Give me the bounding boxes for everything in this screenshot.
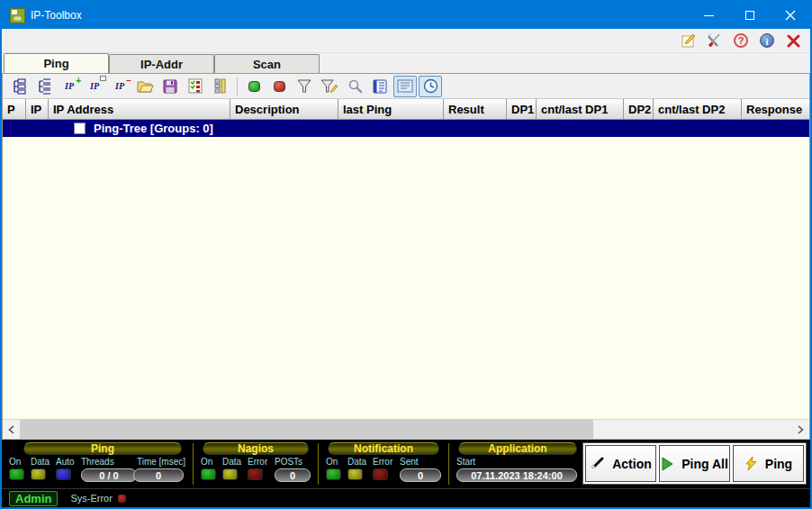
sys-error-led — [118, 495, 126, 503]
check-list-button[interactable] — [184, 76, 207, 97]
open-file-button[interactable] — [133, 76, 157, 97]
maximize-button[interactable] — [729, 2, 770, 29]
save-file-button[interactable] — [158, 76, 182, 97]
table-body[interactable] — [3, 137, 809, 419]
search-button[interactable] — [343, 76, 366, 97]
notification-group-title: Notification — [328, 442, 439, 455]
stop-button[interactable] — [267, 76, 291, 97]
close-button[interactable] — [770, 2, 810, 29]
column-header-cnt-last-dp2[interactable]: cnt/last DP2 — [654, 99, 742, 119]
scrollbar-thumb[interactable] — [20, 420, 593, 439]
notification-group: Notification On Data Error Sent0 — [326, 442, 441, 485]
exit-button[interactable] — [783, 31, 803, 50]
help-button[interactable]: ? — [731, 31, 751, 50]
wand-icon — [590, 456, 605, 471]
edit-ip-button[interactable]: IP — [83, 76, 106, 97]
edit-note-button[interactable] — [679, 31, 699, 50]
remove-ip-icon: − — [126, 76, 131, 86]
app-window: IP-Toolbox ? i Pi — [0, 0, 812, 509]
clock-icon — [423, 78, 438, 94]
column-header-dp2[interactable]: DP2 — [624, 99, 654, 119]
clock-toggle-button[interactable] — [419, 76, 442, 97]
ping-data-label: Data — [31, 456, 56, 468]
search-icon — [347, 78, 363, 94]
ping-group-title: Ping — [23, 442, 182, 455]
ping-tree-checkbox[interactable] — [74, 123, 86, 134]
settings-button[interactable] — [705, 31, 725, 50]
ping-threads-label: Threads — [81, 456, 139, 468]
expand-tree-icon — [11, 78, 27, 95]
start-green-led-icon — [248, 81, 260, 92]
ping-button[interactable]: Ping — [733, 445, 804, 482]
edit-note-icon — [681, 32, 697, 49]
settings-tools-icon — [707, 32, 723, 49]
notification-on-led — [326, 468, 341, 480]
scroll-right-icon — [798, 425, 804, 434]
ping-tab-page: IP+ IP IP− — [2, 73, 810, 439]
tab-scan[interactable]: Scan — [214, 54, 320, 73]
minimize-button[interactable] — [689, 2, 729, 29]
ping-auto-label: Auto — [56, 456, 81, 468]
table-header: P IP IP Address Description last Ping Re… — [3, 99, 809, 120]
tab-bar: Ping IP-Addr Scan — [2, 53, 810, 73]
ping-tree-root-row[interactable]: Ping-Tree [Groups: 0] — [3, 120, 809, 137]
tab-ping[interactable]: Ping — [4, 53, 109, 73]
notification-sent-label: Sent — [400, 456, 441, 468]
action-button[interactable]: Action — [585, 445, 656, 482]
sys-error-label: Sys-Error — [70, 493, 112, 504]
ping-all-button-label: Ping All — [681, 457, 728, 471]
info-button[interactable]: i — [757, 31, 777, 50]
start-button[interactable] — [242, 76, 266, 97]
lightning-icon — [744, 456, 758, 471]
column-header-response[interactable]: Response — [742, 99, 809, 119]
remove-ip-button[interactable]: IP− — [108, 76, 131, 97]
log-book-button[interactable] — [368, 76, 392, 97]
ping-time-label: Time [msec] — [133, 456, 185, 468]
scroll-left-button[interactable] — [3, 420, 20, 439]
column-list-icon — [214, 78, 227, 94]
column-header-result[interactable]: Result — [444, 99, 507, 119]
collapse-tree-button[interactable] — [32, 76, 56, 97]
column-header-ip[interactable]: IP — [26, 99, 49, 119]
stop-red-led-icon — [274, 81, 285, 92]
nagios-on-led — [201, 468, 216, 480]
nagios-posts-label: POSTs — [275, 456, 311, 468]
notes-toggle-button[interactable] — [393, 76, 417, 97]
column-header-description[interactable]: Description — [230, 99, 338, 119]
status-panel: Ping On Data Auto Threads0 / 0 Time [mse… — [2, 439, 810, 488]
column-header-last-ping[interactable]: last Ping — [338, 99, 444, 119]
top-toolstrip: ? i — [2, 29, 810, 53]
scroll-right-button[interactable] — [792, 420, 809, 439]
ping-auto-led — [56, 468, 71, 480]
filter-button[interactable] — [293, 76, 316, 97]
application-group: Application Start07.11.2023 18:24:00 — [456, 442, 579, 485]
notification-error-led — [373, 468, 388, 480]
filter-icon — [296, 78, 312, 94]
column-header-cnt-last-dp1[interactable]: cnt/last DP1 — [537, 99, 624, 119]
add-ip-button[interactable]: IP+ — [58, 76, 81, 97]
action-button-label: Action — [612, 457, 652, 471]
horizontal-scrollbar[interactable] — [3, 419, 809, 439]
close-icon — [785, 10, 796, 21]
exit-icon — [787, 34, 800, 48]
notification-sent-value: 0 — [400, 468, 441, 482]
ping-on-label: On — [9, 456, 31, 468]
expand-tree-button[interactable] — [7, 76, 31, 97]
column-list-button[interactable] — [209, 76, 232, 97]
action-button-panel: Action Ping All Ping — [582, 442, 807, 485]
scrollbar-track[interactable] — [593, 420, 792, 439]
nagios-group-title: Nagios — [203, 442, 309, 455]
column-header-dp1[interactable]: DP1 — [507, 99, 537, 119]
ping-all-button[interactable]: Ping All — [659, 445, 730, 482]
column-header-ip-address[interactable]: IP Address — [49, 99, 230, 119]
tab-ip-addr[interactable]: IP-Addr — [109, 54, 214, 73]
notification-on-label: On — [326, 456, 347, 468]
nagios-data-led — [222, 468, 238, 480]
scroll-left-icon — [8, 425, 14, 434]
column-header-p[interactable]: P — [3, 99, 26, 119]
info-icon: i — [760, 33, 774, 48]
application-group-title: Application — [458, 442, 577, 455]
filter-edit-icon — [320, 78, 338, 94]
filter-edit-button[interactable] — [318, 76, 341, 97]
collapse-tree-icon — [36, 78, 52, 95]
